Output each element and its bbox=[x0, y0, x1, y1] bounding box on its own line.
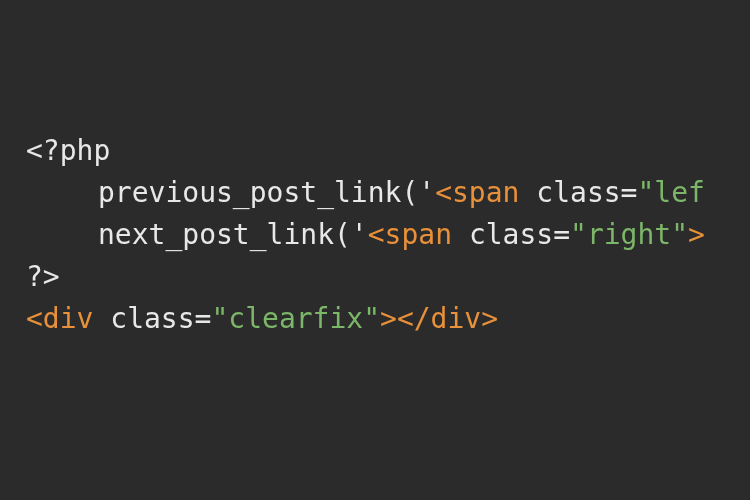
php-open-tag: <?php bbox=[26, 134, 110, 167]
php-close-tag: ?> bbox=[26, 260, 60, 293]
class-attr: class= bbox=[452, 218, 570, 251]
class-attr: class= bbox=[93, 302, 211, 335]
function-call: next_post_link bbox=[98, 218, 334, 251]
code-block: <?php previous_post_link('<span class="l… bbox=[26, 130, 750, 340]
span-tag: <span bbox=[435, 176, 519, 209]
class-attr: class= bbox=[519, 176, 637, 209]
span-tag: <span bbox=[368, 218, 452, 251]
paren-quote: (' bbox=[334, 218, 368, 251]
class-value: "lef bbox=[637, 176, 704, 209]
div-close-tag: </div> bbox=[397, 302, 498, 335]
class-value: "clearfix" bbox=[211, 302, 380, 335]
gt: > bbox=[688, 218, 705, 251]
function-call: previous_post_link bbox=[98, 176, 401, 209]
class-value: "right" bbox=[570, 218, 688, 251]
div-open-tag: <div bbox=[26, 302, 93, 335]
gt: > bbox=[380, 302, 397, 335]
paren-quote: (' bbox=[401, 176, 435, 209]
